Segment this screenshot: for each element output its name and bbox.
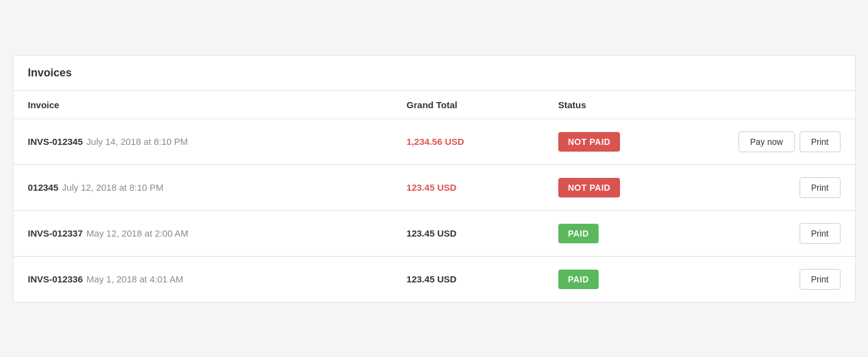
status-cell: PAID <box>544 210 670 256</box>
status-cell: NOT PAID <box>544 164 670 210</box>
table-row: INVS-012337May 12, 2018 at 2:00 AM123.45… <box>13 210 855 256</box>
status-cell: NOT PAID <box>544 119 670 164</box>
table-row: INVS-012336May 1, 2018 at 4:01 AM123.45 … <box>13 256 855 302</box>
table-header-row: Invoice Grand Total Status <box>13 91 855 119</box>
print-button[interactable]: Print <box>800 131 841 152</box>
page-title: Invoices <box>28 67 72 79</box>
invoice-date: July 12, 2018 at 8:10 PM <box>62 182 164 193</box>
col-header-invoice: Invoice <box>13 91 392 119</box>
print-button[interactable]: Print <box>800 223 841 244</box>
status-cell: PAID <box>544 256 670 302</box>
invoice-cell: 012345July 12, 2018 at 8:10 PM <box>13 164 392 210</box>
actions-cell: Pay nowPrint <box>669 119 855 164</box>
invoices-card: Invoices Invoice Grand Total Status INVS… <box>13 55 856 303</box>
invoice-id: INVS-012337 <box>28 228 83 238</box>
col-header-actions <box>669 91 855 119</box>
grand-total-value: 123.45 USD <box>407 182 457 193</box>
card-header: Invoices <box>13 56 855 91</box>
print-button[interactable]: Print <box>800 269 841 290</box>
invoice-date: July 14, 2018 at 8:10 PM <box>87 136 188 147</box>
invoice-cell: INVS-012345July 14, 2018 at 8:10 PM <box>13 119 392 164</box>
grand-total-cell: 123.45 USD <box>392 164 544 210</box>
status-badge: PAID <box>558 270 599 289</box>
print-button[interactable]: Print <box>800 177 841 198</box>
col-header-status: Status <box>544 91 670 119</box>
grand-total-value: 123.45 USD <box>407 228 457 238</box>
invoice-date: May 12, 2018 at 2:00 AM <box>87 228 189 238</box>
actions-cell: Print <box>669 210 855 256</box>
grand-total-cell: 1,234.56 USD <box>392 119 544 164</box>
status-badge: PAID <box>558 224 599 243</box>
invoice-cell: INVS-012336May 1, 2018 at 4:01 AM <box>13 256 392 302</box>
grand-total-value: 123.45 USD <box>407 274 457 284</box>
actions-cell: Print <box>669 164 855 210</box>
table-body: INVS-012345July 14, 2018 at 8:10 PM1,234… <box>13 119 855 302</box>
actions-cell: Print <box>669 256 855 302</box>
invoice-id: INVS-012345 <box>28 136 83 147</box>
invoice-id: 012345 <box>28 182 59 193</box>
col-header-grand-total: Grand Total <box>392 91 544 119</box>
table-header: Invoice Grand Total Status <box>13 91 855 119</box>
table-row: 012345July 12, 2018 at 8:10 PM123.45 USD… <box>13 164 855 210</box>
invoices-table: Invoice Grand Total Status INVS-012345Ju… <box>13 91 855 302</box>
invoice-id: INVS-012336 <box>28 274 83 284</box>
table-row: INVS-012345July 14, 2018 at 8:10 PM1,234… <box>13 119 855 164</box>
invoice-cell: INVS-012337May 12, 2018 at 2:00 AM <box>13 210 392 256</box>
invoice-date: May 1, 2018 at 4:01 AM <box>87 274 183 284</box>
grand-total-cell: 123.45 USD <box>392 210 544 256</box>
grand-total-value: 1,234.56 USD <box>407 136 464 147</box>
grand-total-cell: 123.45 USD <box>392 256 544 302</box>
pay-now-button[interactable]: Pay now <box>739 131 795 152</box>
status-badge: NOT PAID <box>558 132 621 152</box>
status-badge: NOT PAID <box>558 178 621 197</box>
